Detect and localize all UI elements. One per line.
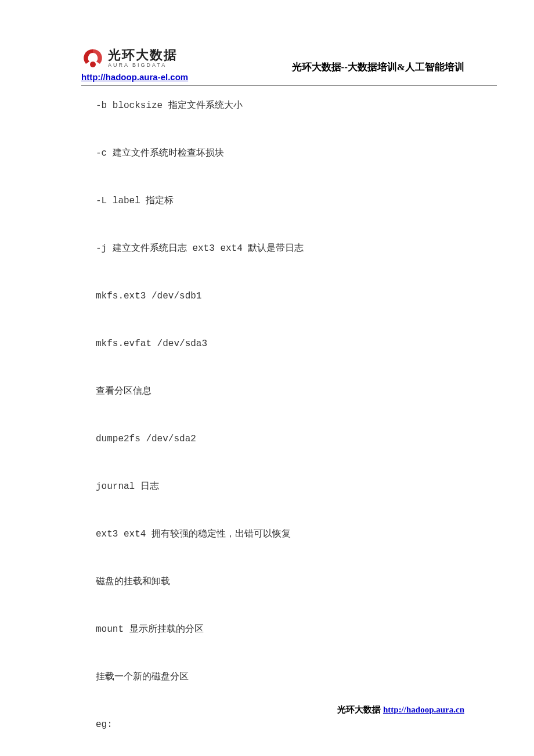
body-line: 挂载一个新的磁盘分区 — [96, 670, 499, 684]
body-line: 查看分区信息 — [96, 384, 499, 398]
aura-logo-icon — [81, 46, 104, 70]
body-line: eg: — [96, 718, 499, 732]
body-line: dumpe2fs /dev/sda2 — [96, 432, 499, 446]
page-header: 光环大数据 AURA BIGDATA 光环大数据--大数据培训&人工智能培训 h… — [35, 46, 499, 86]
body-line: mkfs.ext3 /dev/sdb1 — [96, 289, 499, 303]
body-line: mkfs.evfat /dev/sda3 — [96, 337, 499, 351]
page-footer: 光环大数据 http://hadoop.aura.cn — [337, 704, 464, 715]
body-line: mount 显示所挂载的分区 — [96, 622, 499, 636]
logo-text: 光环大数据 AURA BIGDATA — [108, 49, 178, 68]
footer-prefix: 光环大数据 — [337, 705, 383, 714]
body-line: -c 建立文件系统时检查坏损块 — [96, 146, 499, 160]
svg-point-0 — [90, 62, 96, 67]
body-line: -b blocksize 指定文件系统大小 — [96, 99, 499, 113]
header-url-text: http://hadoop.aura-el.com — [81, 72, 188, 82]
document-body: -b blocksize 指定文件系统大小 -c 建立文件系统时检查坏损块 -L… — [35, 91, 499, 732]
header-divider — [81, 85, 497, 86]
body-line: ext3 ext4 拥有较强的稳定性，出错可以恢复 — [96, 527, 499, 541]
logo-en-text: AURA BIGDATA — [108, 63, 178, 68]
body-line: journal 日志 — [96, 480, 499, 494]
body-line: 磁盘的挂载和卸载 — [96, 575, 499, 589]
document-page: 光环大数据 AURA BIGDATA 光环大数据--大数据培训&人工智能培训 h… — [0, 0, 534, 756]
body-line: -L label 指定标 — [96, 194, 499, 208]
footer-url-text: http://hadoop.aura.cn — [383, 705, 464, 714]
body-line: -j 建立文件系统日志 ext3 ext4 默认是带日志 — [96, 242, 499, 255]
logo-cn-text: 光环大数据 — [108, 49, 178, 62]
footer-url-link[interactable]: http://hadoop.aura.cn — [383, 705, 464, 714]
page-title: 光环大数据--大数据培训&人工智能培训 — [292, 60, 464, 74]
